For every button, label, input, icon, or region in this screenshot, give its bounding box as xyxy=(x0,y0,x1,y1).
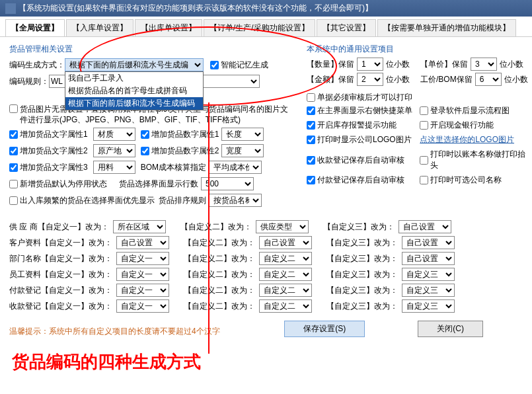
staff-c1-label: 员工资料【自定义一】改为： xyxy=(9,269,112,280)
attr1-check[interactable] xyxy=(9,130,18,139)
customer-c2-label: 【自定义二】改为： xyxy=(184,237,255,249)
attr3-label: 增加货品文字属性3 xyxy=(20,162,88,173)
dept-c1-select[interactable]: 自定义一 xyxy=(116,252,169,265)
tab-other[interactable]: 【其它设置】 xyxy=(317,19,376,36)
check-stockwarn[interactable] xyxy=(307,121,315,130)
sort-label: 货品排序规则 xyxy=(159,195,206,206)
check-shortcut-label: 在主界面显示右侧快捷菜单 xyxy=(317,105,412,116)
pay-c2-select[interactable]: 自定义二 xyxy=(259,284,312,297)
gen-option-pinyin[interactable]: 根据货品品名的首字母生成拼音码 xyxy=(65,85,203,97)
bom-price-unit: 位小数 xyxy=(504,74,528,85)
check-print-company[interactable] xyxy=(420,176,428,184)
right-section-title: 本系统中的通用设置项目 xyxy=(307,42,528,58)
freq-priority-label: 出入库频繁的货品在选择界面优先显示 xyxy=(20,195,155,206)
amt-select[interactable]: 2 xyxy=(357,73,383,86)
check-audit-print-label: 单据必须审核后才可以打印 xyxy=(317,92,412,103)
supplier-c3-select[interactable]: 自己设置 xyxy=(399,220,451,233)
bom-select[interactable]: 平均成本价 xyxy=(209,161,262,174)
tab-order[interactable]: 【订单/生产/采购功能设置】 xyxy=(204,19,315,36)
logo-link[interactable]: 点这里选择你的LOGO图片 xyxy=(420,134,514,145)
gen-option-serial[interactable]: 根据下面的前后缀和流水号生成编码 xyxy=(65,97,203,110)
check-print-company-label: 打印时可选公司名称 xyxy=(430,175,502,186)
qty-unit: 位小数 xyxy=(386,59,410,70)
check-logo[interactable] xyxy=(307,136,315,144)
recv-c2-select[interactable]: 自定义二 xyxy=(259,299,312,313)
recv-c3-select[interactable]: 自定义三 xyxy=(402,299,455,313)
supplier-c2-select[interactable]: 供应类型 xyxy=(256,220,309,233)
disp-rows-select[interactable]: 500 xyxy=(201,177,254,190)
customer-c1-label: 客户资料【自定义一】改为： xyxy=(9,237,112,249)
gen-option-manual[interactable]: 我自己手工录入 xyxy=(65,72,203,85)
numattr2-check[interactable] xyxy=(141,147,149,155)
attr2-label: 增加货品文字属性2 xyxy=(20,145,88,157)
disp-rows-label: 货品选择界面显示行数 xyxy=(119,178,198,190)
price-select[interactable]: 3 xyxy=(471,58,497,71)
numattr1-select[interactable]: 长度 xyxy=(221,128,264,141)
check-cashbank[interactable] xyxy=(420,121,428,130)
dept-c2-select[interactable]: 自定义二 xyxy=(259,252,312,265)
pay-c3-label: 【自定义三】改为： xyxy=(326,285,398,296)
pay-c2-label: 【自定义二】改为： xyxy=(184,285,255,296)
qty-label: 【数量】保留 xyxy=(307,59,354,70)
price-unit: 位小数 xyxy=(500,59,523,70)
price-label: 【单价】保留 xyxy=(420,59,468,70)
pay-c3-select[interactable]: 自定义三 xyxy=(402,284,455,297)
sort-select[interactable]: 按货品名称 xyxy=(209,194,262,207)
check-audit-print[interactable] xyxy=(307,93,315,102)
check-print-bookname-label: 打印时以账本名称做打印抬头 xyxy=(430,149,527,171)
customer-c3-select[interactable]: 自己设置 xyxy=(402,236,455,249)
new-default-stop-check[interactable] xyxy=(9,180,18,188)
bom-label: BOM成本核算指定 xyxy=(141,162,206,173)
check-flowchart-label: 登录软件后显示流程图 xyxy=(430,105,510,116)
gen-method-select[interactable]: 根据下面的前后缀和流水号生成编 xyxy=(65,58,204,71)
customer-c1-select[interactable]: 自己设置 xyxy=(116,236,169,249)
tab-outbound[interactable]: 【出库单设置】 xyxy=(135,19,202,36)
image-setting-check[interactable] xyxy=(9,104,18,113)
attr1-select[interactable]: 材质 xyxy=(93,128,135,141)
supplier-c3-label: 【自定义三】改为： xyxy=(323,221,395,233)
tab-global[interactable]: 【全局设置】 xyxy=(5,19,65,36)
amt-label: 【金额】保留 xyxy=(307,74,354,85)
numattr1-check[interactable] xyxy=(141,130,149,139)
staff-c2-select[interactable]: 自定义二 xyxy=(259,268,312,281)
new-default-stop-label: 新增货品默认为停用状态 xyxy=(20,178,107,190)
tab-addon[interactable]: 【按需要单独开通的增值功能模块】 xyxy=(377,19,516,36)
check-flowchart[interactable] xyxy=(420,106,428,115)
supplier-c2-label: 【自定义二】改为： xyxy=(180,221,252,233)
smart-gen-check[interactable] xyxy=(210,61,219,69)
check-pay-auto[interactable] xyxy=(307,176,315,184)
numattr2-select[interactable]: 宽度 xyxy=(221,144,264,157)
close-button[interactable]: 关闭(C) xyxy=(418,321,483,337)
attr2-check[interactable] xyxy=(9,147,18,155)
tab-bar: 【全局设置】 【入库单设置】 【出库单设置】 【订单/生产/采购功能设置】 【其… xyxy=(0,17,532,37)
tab-inbound[interactable]: 【入库单设置】 xyxy=(66,19,133,36)
check-shortcut[interactable] xyxy=(307,106,315,115)
pay-c1-select[interactable]: 自定义一 xyxy=(116,284,169,297)
attr3-select[interactable]: 用料 xyxy=(93,161,135,174)
check-print-bookname[interactable] xyxy=(420,156,428,165)
pay-c1-label: 付款登记【自定义一】改为： xyxy=(9,285,112,296)
attr2-select[interactable]: 原产地 xyxy=(93,144,135,157)
recv-c1-select[interactable]: 自定义一 xyxy=(116,299,169,313)
dept-c3-select[interactable]: 自己设置 xyxy=(402,252,455,265)
save-button[interactable]: 保存设置(S) xyxy=(284,321,365,337)
supplier-c1-select[interactable]: 所在区域 xyxy=(113,220,166,233)
attr3-check[interactable] xyxy=(9,163,18,172)
check-recv-auto[interactable] xyxy=(307,156,315,165)
dept-c3-label: 【自定义三】改为： xyxy=(326,253,398,264)
qty-select[interactable]: 1 xyxy=(357,58,383,71)
rule-suffix-select[interactable] xyxy=(203,75,260,88)
recv-c3-label: 【自定义三】改为： xyxy=(326,301,398,312)
freq-priority-check[interactable] xyxy=(9,196,18,205)
staff-c3-select[interactable]: 自定义三 xyxy=(402,268,455,281)
staff-c2-label: 【自定义二】改为： xyxy=(184,269,255,280)
bom-price-select[interactable]: 6 xyxy=(475,73,502,86)
annotation-text: 货品编码的四种生成方式 xyxy=(0,348,532,376)
window-titlebar: 【系统功能设置(如果软件界面没有对应的功能项则表示该版本的软件没有这个功能，不必… xyxy=(0,0,532,17)
numattr2-label: 增加货品数字属性2 xyxy=(151,145,219,157)
check-stockwarn-label: 开启库存报警提示功能 xyxy=(317,120,397,131)
numattr1-label: 增加货品数字属性1 xyxy=(151,129,219,140)
customer-c2-select[interactable]: 自己设置 xyxy=(259,236,312,249)
staff-c1-select[interactable]: 自定义一 xyxy=(116,268,169,281)
check-pay-auto-label: 付款登记保存后自动审核 xyxy=(317,175,404,186)
